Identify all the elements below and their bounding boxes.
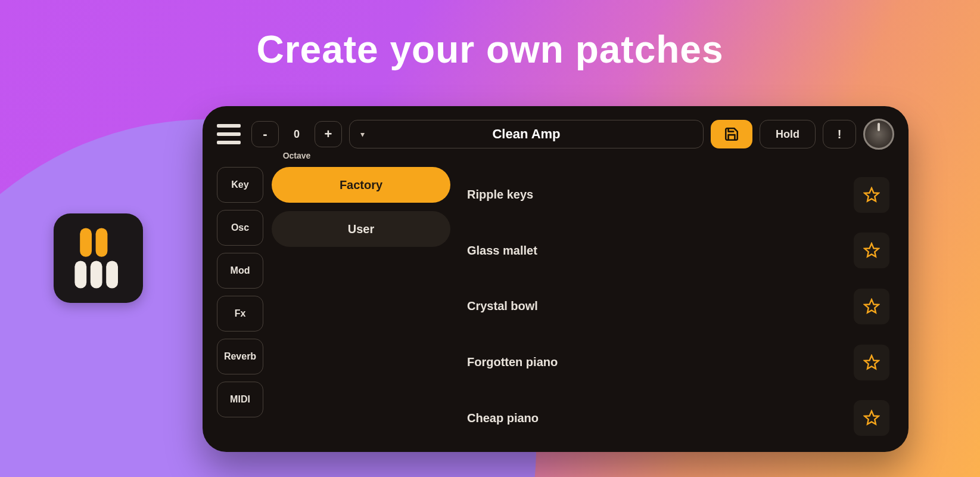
star-icon — [863, 187, 880, 203]
star-icon — [863, 298, 880, 315]
save-icon — [724, 126, 739, 142]
svg-marker-7 — [864, 299, 878, 312]
star-icon — [863, 242, 880, 259]
patch-label: Cheap piano — [467, 411, 539, 425]
current-patch-name: Clean Amp — [350, 126, 703, 142]
top-bar: - 0 + Octave ▾ Clean Amp Hold ! — [217, 118, 894, 150]
list-item[interactable]: Ripple keys — [459, 167, 894, 223]
menu-icon[interactable] — [217, 124, 241, 144]
svg-marker-5 — [864, 188, 878, 201]
patch-selector[interactable]: ▾ Clean Amp — [349, 120, 704, 148]
svg-rect-3 — [91, 261, 102, 288]
hold-button[interactable]: Hold — [760, 120, 816, 148]
patch-label: Forgotten piano — [467, 355, 558, 369]
tab-osc[interactable]: Osc — [217, 210, 263, 246]
favorite-button[interactable] — [854, 289, 889, 324]
octave-label: Octave — [283, 151, 311, 160]
side-tabs: Key Osc Mod Fx Reverb MIDI — [217, 167, 263, 446]
patch-label: Crystal bowl — [467, 299, 538, 313]
main-body: Key Osc Mod Fx Reverb MIDI Factory User … — [217, 167, 894, 446]
panic-button[interactable]: ! — [823, 120, 856, 148]
svg-marker-8 — [864, 355, 878, 368]
patch-label: Glass mallet — [467, 244, 537, 258]
headline-text: Create your own patches — [0, 27, 980, 72]
patch-label: Ripple keys — [467, 188, 533, 202]
octave-minus-button[interactable]: - — [251, 121, 279, 147]
list-item[interactable]: Glass mallet — [459, 223, 894, 279]
octave-plus-button[interactable]: + — [315, 121, 342, 147]
tab-mod[interactable]: Mod — [217, 253, 263, 289]
list-item[interactable]: Cheap piano — [459, 390, 894, 446]
svg-marker-6 — [864, 244, 878, 257]
octave-stepper: - 0 + Octave — [251, 121, 342, 147]
favorite-button[interactable] — [854, 345, 889, 380]
list-item[interactable]: Crystal bowl — [459, 278, 894, 334]
star-icon — [863, 354, 880, 371]
star-icon — [863, 410, 880, 426]
volume-knob[interactable] — [863, 119, 894, 150]
tab-reverb[interactable]: Reverb — [217, 339, 263, 374]
list-item[interactable]: Forgotten piano — [459, 334, 894, 391]
bank-factory-button[interactable]: Factory — [272, 167, 450, 203]
bank-column: Factory User — [272, 167, 450, 446]
tab-key[interactable]: Key — [217, 167, 263, 203]
svg-rect-1 — [96, 228, 108, 256]
favorite-button[interactable] — [854, 177, 889, 213]
octave-value: 0 — [285, 128, 309, 141]
svg-marker-9 — [864, 411, 878, 425]
svg-rect-2 — [74, 261, 86, 288]
synth-window: - 0 + Octave ▾ Clean Amp Hold ! Key Osc … — [203, 106, 909, 452]
favorite-button[interactable] — [854, 400, 889, 436]
tab-midi[interactable]: MIDI — [217, 382, 263, 417]
save-button[interactable] — [711, 120, 752, 148]
app-icon — [54, 213, 143, 303]
patch-list: Ripple keys Glass mallet Crystal bowl Fo… — [459, 167, 894, 446]
svg-rect-4 — [106, 261, 118, 288]
svg-rect-0 — [80, 228, 92, 256]
favorite-button[interactable] — [854, 233, 889, 268]
tab-fx[interactable]: Fx — [217, 296, 263, 332]
bank-user-button[interactable]: User — [272, 211, 450, 247]
